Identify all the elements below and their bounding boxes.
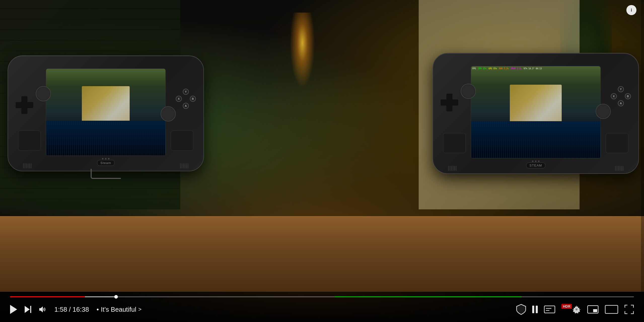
play-icon — [10, 305, 17, 314]
left-device-screen — [46, 69, 166, 156]
total-time: 16:38 — [73, 306, 89, 313]
pause-bar-2 — [536, 306, 538, 313]
speaker-right-left-device — [180, 163, 188, 168]
volume-icon — [39, 306, 47, 313]
perf-cpu: CPU 35% — [478, 68, 486, 73]
subtitles-icon — [544, 305, 555, 313]
shield-button[interactable] — [516, 304, 526, 315]
dot-4 — [532, 160, 533, 162]
steam-label-right: STEAM — [526, 163, 545, 168]
left-trackpad-left-device — [18, 131, 41, 151]
button-x-left: X — [176, 96, 182, 102]
dot-3 — [108, 158, 110, 159]
progress-green — [335, 296, 522, 297]
button-y-left: Y — [183, 89, 189, 95]
progress-bar[interactable] — [10, 296, 634, 298]
scrollbar[interactable] — [641, 0, 644, 322]
dots-indicator-right — [532, 160, 540, 162]
dot-2 — [105, 158, 106, 159]
svg-rect-7 — [593, 309, 597, 312]
pause-button[interactable] — [532, 306, 538, 313]
info-button[interactable]: i — [626, 5, 636, 15]
controls-bottom: 1:58 / 16:38 • It's Beautiful > — [10, 302, 634, 317]
skip-next-button[interactable] — [25, 306, 31, 313]
play-button[interactable] — [10, 305, 17, 314]
face-buttons-left-device: Y X B A — [176, 89, 196, 109]
button-y-right: Y — [618, 86, 624, 92]
right-screen-game: FPS CPU 35% GPU 95% RAM 5.2% VRAM 3.2% 9… — [471, 66, 600, 158]
right-trackpad-right-device — [606, 133, 628, 153]
button-x-right: X — [611, 93, 617, 99]
progress-watched — [10, 296, 85, 297]
skip-bar — [30, 306, 31, 313]
dot-1 — [102, 158, 103, 159]
fullscreen-icon — [624, 305, 634, 314]
volume-button[interactable] — [39, 306, 47, 313]
speaker-left-left-device — [23, 163, 31, 168]
miniplayer-button[interactable] — [587, 305, 599, 314]
face-buttons-right-device: Y X B A — [611, 86, 631, 106]
left-trackpad-right-device — [443, 133, 466, 153]
skip-triangle — [25, 306, 30, 313]
perf-gpu: GPU 95% — [488, 68, 497, 73]
right-analog-stick-right-device — [596, 104, 611, 119]
subtitles-button[interactable] — [544, 305, 555, 313]
perf-vram: VRAM 3.2% — [511, 68, 521, 73]
fullscreen-button[interactable] — [624, 305, 634, 314]
chapter-arrow: > — [138, 306, 141, 313]
steam-label-left: Steam — [97, 160, 115, 166]
controls-bar: 1:58 / 16:38 • It's Beautiful > — [0, 292, 644, 322]
right-steam-deck: FPS CPU 35% GPU 95% RAM 5.2% VRAM 3.2% 9… — [433, 53, 639, 174]
right-device-dpad — [441, 94, 458, 111]
left-analog-stick-right-device — [461, 84, 476, 99]
speaker-right-right-device — [615, 166, 623, 171]
dots-indicator-left — [102, 158, 110, 159]
current-time: 1:58 — [54, 306, 67, 313]
progress-thumb[interactable] — [114, 295, 118, 299]
hdr-badge: HDR — [561, 304, 572, 309]
button-a-right: A — [618, 100, 624, 106]
right-controls: HDR — [516, 304, 634, 315]
settings-button[interactable]: HDR — [561, 305, 581, 314]
left-device-body: Y X B A Steam — [8, 55, 204, 171]
miniplayer-icon — [587, 305, 599, 314]
left-dpad — [16, 96, 33, 114]
pause-bar-1 — [532, 306, 534, 313]
right-device-body: FPS CPU 35% GPU 95% RAM 5.2% VRAM 3.2% 9… — [433, 53, 639, 174]
svg-rect-8 — [605, 305, 618, 313]
perf-ram: RAM 5.2% — [499, 68, 509, 73]
button-b-right: B — [625, 93, 631, 99]
skip-next-icon — [25, 306, 31, 313]
dot-6 — [538, 160, 540, 162]
left-analog-stick — [36, 86, 51, 101]
theater-icon — [605, 305, 618, 314]
button-b-left: B — [190, 96, 196, 102]
left-screen-game — [46, 69, 165, 155]
speaker-left-right-device — [448, 166, 456, 171]
theater-button[interactable] — [605, 305, 618, 314]
right-trackpad-left-device — [171, 131, 193, 151]
progress-buffered — [85, 296, 116, 297]
shield-icon — [516, 304, 526, 315]
chapter-dot: • — [96, 306, 99, 313]
chapter-text: It's Beautiful — [101, 306, 136, 313]
chapter-title[interactable]: • It's Beautiful > — [96, 306, 141, 313]
perf-time: 97% 14.3° 84:13 — [524, 68, 542, 73]
video-container: Y X B A Steam — [0, 0, 644, 322]
button-a-left: A — [183, 103, 189, 109]
left-controls: 1:58 / 16:38 • It's Beautiful > — [10, 305, 141, 314]
performance-overlay: FPS CPU 35% GPU 95% RAM 5.2% VRAM 3.2% 9… — [472, 68, 599, 73]
time-separator: / — [69, 306, 73, 313]
pause-icon — [532, 306, 538, 313]
left-steam-deck: Y X B A Steam — [8, 55, 204, 171]
table-surface — [0, 216, 644, 292]
dot-5 — [535, 160, 536, 162]
right-analog-stick-left-device — [161, 106, 176, 121]
device-stand — [91, 169, 121, 179]
svg-rect-0 — [544, 306, 555, 313]
time-display: 1:58 / 16:38 — [54, 306, 89, 313]
perf-fps: FPS — [472, 68, 476, 73]
right-device-screen: FPS CPU 35% GPU 95% RAM 5.2% VRAM 3.2% 9… — [471, 66, 601, 158]
settings-icon — [572, 305, 581, 314]
background-lamp — [290, 13, 315, 88]
